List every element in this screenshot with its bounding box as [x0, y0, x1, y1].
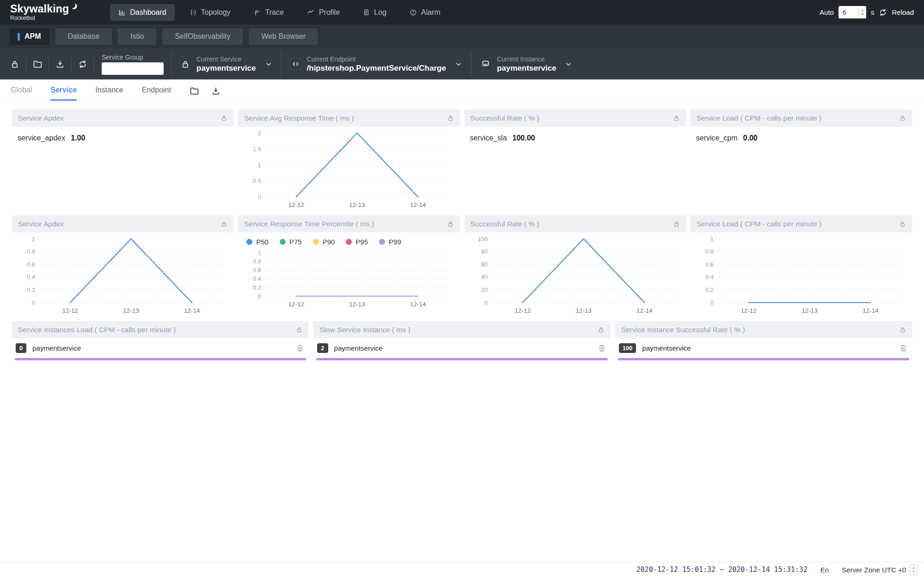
import-dashboard-button[interactable]	[190, 79, 199, 101]
svg-text:1: 1	[710, 236, 714, 243]
svg-text:12-14: 12-14	[410, 301, 426, 308]
panel-title: Service Apdex	[18, 114, 64, 122]
server-zone-stepper[interactable]: ▲▼	[910, 565, 918, 575]
lock-icon[interactable]	[220, 115, 227, 121]
auto-interval-value: 6	[838, 9, 858, 16]
lock-icon[interactable]	[899, 326, 906, 333]
legend-label: P95	[355, 238, 368, 246]
group-button-selfobservability[interactable]: SelfObservability	[162, 28, 243, 45]
instance-value-bar	[15, 358, 306, 360]
panel-title: Slow Service Instance ( ms )	[319, 326, 410, 334]
lock-icon[interactable]	[673, 220, 680, 227]
auto-interval-stepper[interactable]: ▲▼	[858, 6, 866, 18]
lock-icon[interactable]	[447, 115, 454, 121]
svg-text:60: 60	[481, 261, 487, 268]
nav-item-log[interactable]: Log	[355, 4, 395, 21]
group-button-database[interactable]: Database	[55, 28, 112, 45]
group-button-web-browser[interactable]: Web Browser	[249, 28, 318, 45]
import-template-button[interactable]	[26, 54, 49, 74]
lock-icon[interactable]	[598, 326, 605, 333]
lock-icon[interactable]	[899, 115, 906, 121]
legend-item-p90[interactable]: P90	[313, 238, 335, 246]
tab-label: Global	[11, 86, 32, 94]
time-range-picker[interactable]: 2020-12-12 15:01:32 ~ 2020-12-14 15:31:3…	[636, 565, 808, 574]
instance-list-item[interactable]: 0 paymentservice	[12, 338, 309, 353]
panel-row-3: Service Instances Load ( CPM - calls per…	[12, 321, 912, 362]
clipboard-icon[interactable]	[598, 344, 606, 352]
dashboard-group-bar: APM Database Istio SelfObservability Web…	[0, 24, 924, 49]
dashboard-toolbar: Service Group Current Service paymentser…	[0, 49, 924, 79]
nav-item-topology[interactable]: Topology	[181, 4, 239, 21]
legend-item-p50[interactable]: P50	[246, 238, 269, 246]
clipboard-icon[interactable]	[899, 344, 907, 352]
group-button-label: Web Browser	[261, 32, 306, 41]
svg-text:12-12: 12-12	[62, 307, 79, 314]
legend-dot	[313, 239, 319, 245]
instance-list-item[interactable]: 2 paymentservice	[313, 338, 610, 353]
line-chart-service-apdex: 00.20.40.60.8112-1212-1312-14	[12, 232, 233, 316]
code-icon	[291, 59, 300, 69]
nav-item-profile[interactable]: Profile	[299, 4, 348, 21]
service-group-input[interactable]	[102, 62, 164, 75]
tab-endpoint[interactable]: Endpoint	[142, 79, 171, 101]
chevron-down-icon	[265, 61, 272, 67]
brand-logo[interactable]: Skywalking Rocketbot	[10, 4, 78, 21]
svg-text:1: 1	[258, 162, 261, 169]
legend-item-p95[interactable]: P95	[346, 238, 368, 246]
lock-templates-button[interactable]	[4, 54, 26, 74]
current-service-selector[interactable]: Current Service paymentservice	[171, 55, 281, 73]
reload-button[interactable]: Reload	[892, 8, 914, 16]
lock-icon[interactable]	[447, 220, 454, 227]
export-dashboard-button[interactable]	[211, 79, 220, 101]
auto-unit-label: s	[871, 8, 875, 16]
percentile-legend[interactable]: P50 P75 P90 P95	[238, 232, 459, 244]
dashboard-content: Service Apdex service_apdex 1.00 Service…	[0, 101, 924, 362]
panel-title: Successful Rate ( % )	[471, 114, 539, 122]
download-icon	[211, 86, 220, 96]
current-instance-selector[interactable]: Current Instance paymentservice	[471, 55, 581, 73]
svg-text:0.6: 0.6	[27, 261, 35, 268]
svg-text:12-13: 12-13	[575, 307, 592, 314]
active-indicator	[18, 33, 20, 41]
legend-dot	[379, 239, 385, 245]
panel-instance-successful-rate: Service Instance Successful Rate ( % ) 1…	[615, 321, 912, 362]
instance-list-item[interactable]: 100 paymentservice	[615, 338, 912, 353]
instance-name: paymentservice	[334, 344, 598, 352]
line-chart-service-load: 00.20.40.60.8112-1212-1312-14	[691, 232, 912, 316]
lock-icon[interactable]	[673, 115, 680, 121]
legend-item-p75[interactable]: P75	[280, 238, 302, 246]
auto-interval-input[interactable]: 6 ▲▼	[838, 6, 866, 18]
group-button-label: SelfObservability	[175, 32, 230, 41]
nav-item-label: Profile	[319, 8, 340, 17]
lock-icon[interactable]	[220, 220, 227, 227]
reload-icon[interactable]	[879, 8, 887, 17]
group-button-istio[interactable]: Istio	[118, 28, 156, 45]
panel-service-load-chart: Service Load ( CPM - calls per minute ) …	[691, 215, 912, 316]
lock-icon[interactable]	[296, 326, 303, 333]
svg-text:40: 40	[481, 273, 487, 280]
panel-response-time-percentile: Service Response Time Percentile ( ms ) …	[238, 215, 459, 316]
lock-icon[interactable]	[899, 220, 906, 227]
legend-item-p99[interactable]: P99	[379, 238, 401, 246]
export-template-button[interactable]	[49, 54, 71, 74]
nav-item-label: Topology	[201, 8, 231, 17]
scope-tabs-bar: Global Service Instance Endpoint	[0, 79, 924, 101]
tab-service[interactable]: Service	[50, 79, 77, 101]
svg-text:12-14: 12-14	[184, 307, 200, 314]
nav-item-trace[interactable]: Trace	[245, 4, 292, 21]
current-endpoint-selector[interactable]: Current Endpoint /hipstershop.PaymentSer…	[281, 55, 471, 73]
nav-item-dashboard[interactable]: Dashboard	[110, 4, 174, 21]
refresh-templates-button[interactable]	[72, 54, 94, 74]
group-button-apm[interactable]: APM	[9, 28, 49, 45]
refresh-icon	[78, 60, 87, 69]
svg-text:12-14: 12-14	[636, 307, 652, 314]
svg-text:0.8: 0.8	[705, 248, 714, 255]
value-badge: 100	[619, 343, 636, 353]
panel-row-1: Service Apdex service_apdex 1.00 Service…	[12, 109, 912, 211]
tab-global[interactable]: Global	[11, 79, 32, 101]
language-switch[interactable]: En	[820, 566, 829, 574]
line-chart-percentile: 00.20.40.60.8112-1212-1312-14	[238, 246, 459, 310]
nav-item-alarm[interactable]: Alarm	[401, 4, 449, 21]
tab-instance[interactable]: Instance	[95, 79, 123, 101]
clipboard-icon[interactable]	[296, 344, 304, 352]
